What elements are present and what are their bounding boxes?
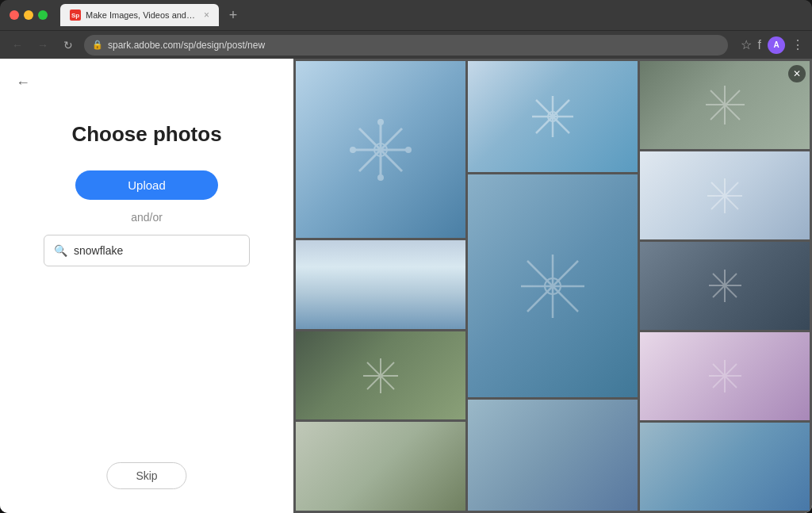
content-area: ← Choose photos Upload and/or 🔍 Skip ✕ [0, 59, 812, 513]
svg-point-6 [377, 174, 384, 181]
svg-point-8 [405, 147, 412, 153]
snowflake-overlay-4 [468, 174, 638, 397]
new-tab-button[interactable]: + [224, 6, 243, 25]
tab-title: Make Images, Videos and Web ... [86, 10, 196, 20]
back-button[interactable]: ← [8, 36, 27, 55]
menu-icon[interactable]: ⋮ [791, 37, 804, 52]
browser-controls: ← → ↻ 🔒 spark.adobe.com/sp/design/post/n… [0, 30, 812, 59]
andor-text: and/or [131, 211, 163, 224]
facebook-icon[interactable]: f [758, 38, 761, 52]
list-item[interactable] [468, 61, 638, 172]
skip-button[interactable]: Skip [106, 462, 186, 489]
snowflake-overlay-7 [640, 242, 810, 330]
browser-actions: ☆ f A ⋮ [741, 36, 804, 54]
close-traffic-light[interactable] [10, 10, 19, 20]
minimize-traffic-light[interactable] [24, 10, 33, 20]
bookmark-icon[interactable]: ☆ [741, 37, 752, 52]
list-item[interactable] [468, 174, 638, 397]
browser-tab[interactable]: Sp Make Images, Videos and Web ... × [60, 4, 219, 26]
traffic-lights [10, 10, 48, 20]
snowflake-overlay-3 [468, 61, 638, 172]
address-text: spark.adobe.com/sp/design/post/new [108, 40, 265, 51]
close-photo-panel-button[interactable]: ✕ [788, 65, 806, 82]
address-bar[interactable]: 🔒 spark.adobe.com/sp/design/post/new [84, 35, 728, 56]
list-item[interactable] [640, 61, 810, 149]
list-item[interactable] [640, 242, 810, 330]
left-panel: ← Choose photos Upload and/or 🔍 Skip [0, 59, 293, 513]
photo-grid: ✕ [293, 59, 812, 513]
refresh-button[interactable]: ↻ [59, 36, 78, 55]
maximize-traffic-light[interactable] [38, 10, 48, 20]
forward-button[interactable]: → [33, 36, 52, 55]
list-item[interactable] [640, 423, 810, 511]
snowflake-overlay [296, 61, 465, 238]
snowflake-overlay-2 [296, 331, 465, 420]
tab-close-button[interactable]: × [204, 10, 209, 21]
svg-point-5 [377, 119, 384, 125]
list-item[interactable] [468, 400, 638, 511]
snowflake-overlay-8 [640, 332, 810, 420]
browser-window: Sp Make Images, Videos and Web ... × + ←… [0, 0, 812, 513]
upload-button[interactable]: Upload [75, 170, 218, 200]
title-bar: Sp Make Images, Videos and Web ... × + [0, 0, 812, 30]
svg-point-7 [350, 147, 356, 153]
tab-bar: Sp Make Images, Videos and Web ... × + [60, 4, 802, 26]
list-item[interactable] [296, 240, 465, 329]
search-icon: 🔍 [54, 244, 67, 257]
lock-icon: 🔒 [92, 40, 103, 50]
snowflake-overlay-6 [640, 151, 810, 239]
snowflake-overlay-5 [640, 61, 810, 149]
list-item[interactable] [640, 332, 810, 420]
photo-column-2 [468, 61, 638, 511]
photo-column-1 [296, 61, 465, 511]
photo-column-3 [640, 61, 810, 511]
search-box[interactable]: 🔍 [44, 235, 250, 266]
panel-title: Choose photos [71, 122, 221, 147]
list-item[interactable] [640, 151, 810, 239]
back-arrow-button[interactable]: ← [16, 75, 30, 91]
tab-favicon: Sp [70, 10, 81, 21]
list-item[interactable] [296, 61, 465, 238]
user-avatar[interactable]: A [768, 36, 785, 54]
list-item[interactable] [296, 331, 465, 420]
list-item[interactable] [296, 422, 465, 511]
search-input[interactable] [74, 244, 239, 257]
